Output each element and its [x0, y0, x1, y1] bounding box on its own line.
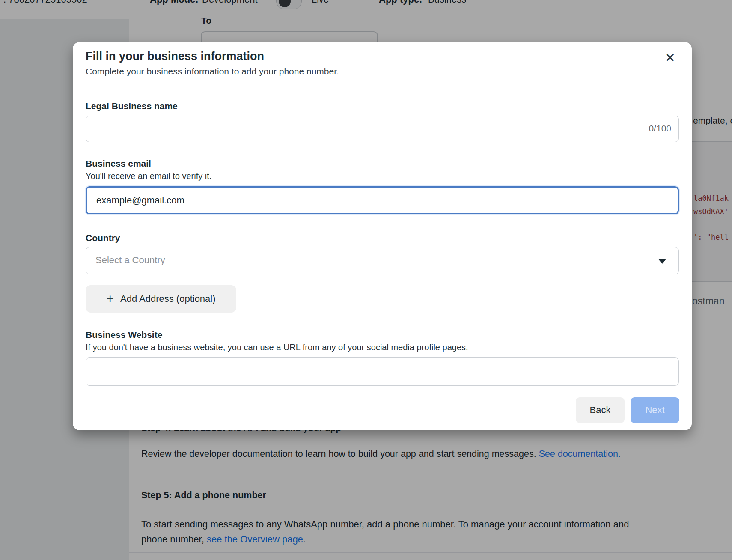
business-email-input[interactable] — [86, 186, 679, 214]
close-icon[interactable]: ✕ — [665, 51, 675, 64]
business-email-helper: You'll receive an email to verify it. — [86, 171, 211, 181]
dialog-subtitle: Complete your business information to ad… — [86, 66, 339, 77]
dialog-title: Fill in your business information — [86, 50, 264, 63]
back-button[interactable]: Back — [576, 397, 625, 423]
legal-name-input[interactable] — [86, 116, 679, 142]
business-info-dialog: Fill in your business information ✕ Comp… — [73, 42, 692, 430]
plus-icon: + — [106, 292, 114, 305]
next-button[interactable]: Next — [631, 397, 679, 423]
add-address-button[interactable]: + Add Address (optional) — [86, 285, 236, 313]
business-email-label: Business email — [86, 158, 151, 169]
add-address-label: Add Address (optional) — [120, 293, 216, 304]
business-website-input[interactable] — [86, 357, 679, 386]
legal-name-label: Legal Business name — [86, 101, 178, 111]
business-website-label: Business Website — [86, 330, 162, 340]
char-counter: 0/100 — [649, 123, 671, 134]
country-select[interactable]: Select a Country — [86, 247, 679, 274]
business-website-helper: If you don't have a business website, yo… — [86, 343, 468, 352]
country-label: Country — [86, 233, 120, 243]
country-placeholder: Select a Country — [95, 255, 165, 266]
chevron-down-icon — [658, 259, 667, 264]
